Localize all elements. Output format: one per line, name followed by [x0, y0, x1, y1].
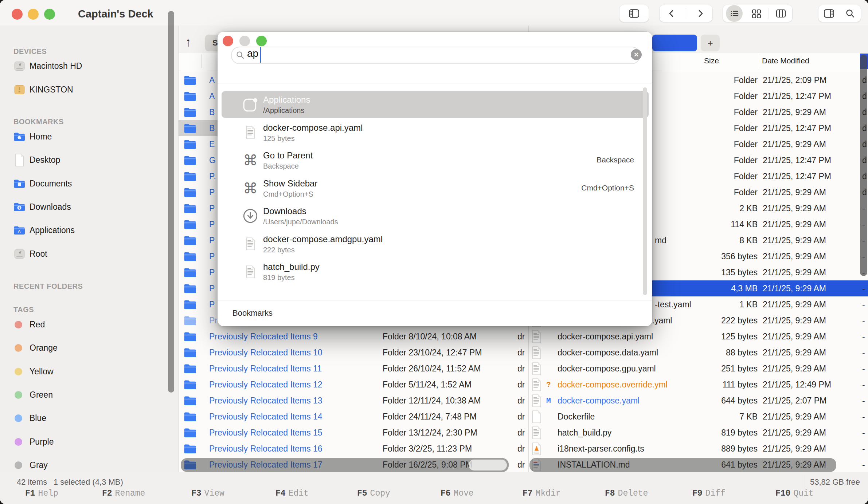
sidebar-item-gray[interactable]: Gray: [0, 457, 179, 472]
file-name: Previously Relocated Items 11: [209, 361, 322, 377]
grid-view-icon: [751, 8, 762, 19]
function-key-f4[interactable]: F4Edit: [275, 489, 309, 498]
sidebar-item-applications[interactable]: AApplications: [0, 222, 179, 239]
file-row[interactable]: docker-compose.data.yaml88 bytes21/1/25,…: [529, 344, 868, 361]
file-name-fragment: A: [209, 72, 215, 88]
function-key-f2[interactable]: F2Rename: [102, 489, 145, 498]
palette-result-subtitle: /Users/jupe/Downloads: [263, 218, 338, 226]
file-row[interactable]: Dockerfile7 KB21/1/25, 9:29 AM-: [529, 409, 868, 425]
function-key-f10[interactable]: F10Quit: [775, 489, 814, 498]
file-row[interactable]: Previously Relocated Items 12Folder 5/11…: [179, 377, 528, 393]
back-button[interactable]: [661, 5, 682, 22]
file-name: docker-compose.api.yaml: [558, 328, 653, 344]
palette-result-go-to-parent[interactable]: ⌘Go to ParentBackspaceBackspace: [222, 147, 649, 174]
sidebar-item-macintosh-hd[interactable]: Macintosh HD: [0, 58, 179, 74]
column-header-date-modified[interactable]: Date Modified: [762, 56, 809, 65]
clear-search-button[interactable]: ✕: [631, 49, 642, 60]
function-key-f1[interactable]: F1Help: [25, 489, 58, 498]
file-row[interactable]: ?docker-compose.override.yml111 bytes21/…: [529, 377, 868, 393]
sidebar-item-green[interactable]: Green: [0, 386, 179, 403]
function-key-f7[interactable]: F7Mkdir: [523, 489, 561, 498]
sidebar-item-desktop[interactable]: Desktop: [0, 151, 179, 168]
file-permissions: -: [862, 457, 865, 472]
file-name-fragment: P: [209, 232, 215, 248]
file-row[interactable]: i18next-parser.config.ts889 bytes21/1/25…: [529, 441, 868, 457]
toggle-preview-button[interactable]: [819, 5, 839, 22]
function-key-bar: F1HelpF2RenameF3ViewF4EditF5CopyF6MoveF7…: [0, 488, 868, 504]
palette-minimize-button[interactable]: [239, 36, 250, 46]
file-date-modified: Folder 12/11/24, 10:38 AM: [383, 393, 481, 409]
forward-button[interactable]: [690, 5, 711, 22]
file-size: Folder: [667, 168, 758, 184]
folder-icon: [184, 344, 196, 361]
folder-icon: [184, 441, 196, 457]
file-row[interactable]: Previously Relocated Items 11Folder 26/1…: [179, 361, 528, 377]
file-date-modified: 21/1/25, 9:29 AM: [763, 296, 826, 312]
sidebar-item-orange[interactable]: Orange: [0, 339, 179, 356]
file-row[interactable]: docker-compose.gpu.yaml251 bytes21/1/25,…: [529, 361, 868, 377]
sidebar-item-home[interactable]: Home: [0, 128, 179, 145]
list-view-button[interactable]: [724, 5, 744, 22]
column-header-size[interactable]: Size: [704, 56, 719, 65]
function-key-f5[interactable]: F5Copy: [357, 489, 390, 498]
sidebar-item-documents[interactable]: Documents: [0, 175, 179, 192]
right-pane-active-tab[interactable]: [652, 35, 697, 51]
file-row[interactable]: Previously Relocated Items 15Folder 13/1…: [179, 425, 528, 441]
sidebar-item-yellow[interactable]: Yellow: [0, 363, 179, 380]
palette-result-hatch-build-py[interactable]: hatch_build.py819 bytes: [222, 258, 649, 285]
palette-zoom-button[interactable]: [256, 36, 267, 46]
palette-result-applications[interactable]: Applications/Applications: [222, 91, 649, 118]
file-date-modified: 21/1/25, 9:29 AM: [763, 312, 826, 328]
sidebar-item-downloads[interactable]: Downloads: [0, 198, 179, 215]
sidebar-item-icon: [13, 85, 25, 95]
function-key-f3[interactable]: F3View: [191, 489, 224, 498]
file-size: 222 bytes: [667, 312, 758, 328]
file-row[interactable]: docker-compose.api.yaml125 bytes21/1/25,…: [529, 328, 868, 344]
palette-scrollbar[interactable]: [643, 87, 647, 295]
palette-result-docker-compose-amdgpu-yaml[interactable]: docker-compose.amdgpu.yaml222 bytes: [222, 231, 649, 257]
function-key-label: F3: [191, 489, 202, 498]
file-row[interactable]: Previously Relocated Items 16Folder 3/2/…: [179, 441, 528, 457]
file-date-modified: 21/1/25, 9:29 AM: [763, 441, 826, 457]
file-date-modified: 21/1/25, 12:47 PM: [763, 120, 831, 136]
toggle-sidebar-button[interactable]: [624, 5, 644, 22]
app-icon: [239, 91, 261, 118]
go-up-button[interactable]: ↑: [185, 36, 191, 48]
file-row[interactable]: hatch_build.py819 bytes21/1/25, 9:29 AM-: [529, 425, 868, 441]
palette-result-show-sidebar[interactable]: ⌘Show SidebarCmd+Option+SCmd+Option+S: [222, 175, 649, 202]
sidebar-item-root[interactable]: Root: [0, 245, 179, 262]
sidebar-item-red[interactable]: Red: [0, 316, 179, 333]
folder-icon: [184, 232, 196, 248]
function-key-f8[interactable]: F8Delete: [605, 489, 648, 498]
file-row[interactable]: Previously Relocated Items 9Folder 8/10/…: [179, 328, 528, 344]
file-row[interactable]: Previously Relocated Items 14Folder 24/1…: [179, 409, 528, 425]
sidebar-item-purple[interactable]: Purple: [0, 433, 179, 450]
minimize-window-button[interactable]: [28, 9, 39, 20]
palette-result-docker-compose-api-yaml[interactable]: docker-compose.api.yaml125 bytes: [222, 119, 649, 146]
columns-view-button[interactable]: [771, 5, 791, 22]
close-window-button[interactable]: [12, 9, 23, 20]
file-row[interactable]: Previously Relocated Items 13Folder 12/1…: [179, 393, 528, 409]
palette-search-field[interactable]: [231, 47, 640, 64]
zoom-window-button[interactable]: [44, 9, 55, 20]
right-horizontal-scrollbar[interactable]: [529, 458, 836, 472]
sidebar-item-blue[interactable]: Blue: [0, 410, 179, 426]
folder-icon: [184, 377, 196, 393]
file-size: 4,3 MB: [667, 280, 758, 296]
search-button[interactable]: [840, 5, 860, 22]
file-permissions: -: [862, 425, 865, 441]
left-horizontal-scrollbar[interactable]: [181, 458, 509, 472]
palette-result-downloads[interactable]: Downloads/Users/jupe/Downloads: [222, 202, 649, 229]
sidebar-item-kingston[interactable]: KINGSTON: [0, 81, 179, 98]
sidebar-item-icon: [13, 154, 25, 166]
grid-view-button[interactable]: [746, 5, 767, 22]
palette-close-button[interactable]: [223, 36, 233, 46]
file-row[interactable]: Previously Relocated Items 10Folder 23/1…: [179, 344, 528, 361]
function-key-f9[interactable]: F9Diff: [692, 489, 726, 498]
file-row[interactable]: Mdocker-compose.yaml644 bytes21/1/25, 2:…: [529, 393, 868, 409]
sidebar-item-label: Yellow: [30, 367, 54, 377]
new-tab-button[interactable]: +: [701, 35, 720, 51]
sidebar-scrollbar[interactable]: [168, 11, 174, 393]
function-key-f6[interactable]: F6Move: [441, 489, 474, 498]
sidebar-item-label: Blue: [30, 413, 46, 423]
